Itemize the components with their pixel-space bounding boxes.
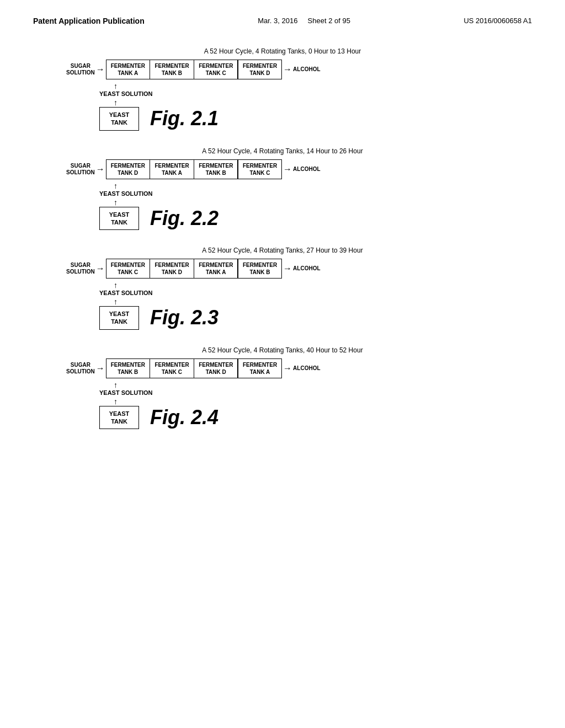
header-center: Mar. 3, 2016 Sheet 2 of 95 bbox=[258, 17, 350, 25]
fig-row-0: YEASTTANKFig. 2.1 bbox=[99, 107, 218, 131]
diagrams-container: A 52 Hour Cycle, 4 Rotating Tanks, 0 Hou… bbox=[33, 47, 532, 429]
fermenter-group-1: FERMENTERTANK DFERMENTERTANK AFERMENTERT… bbox=[106, 159, 282, 179]
diagram-title-2: A 52 Hour Cycle, 4 Rotating Tanks, 27 Ho… bbox=[33, 247, 532, 254]
diagram-fig2_4: A 52 Hour Cycle, 4 Rotating Tanks, 40 Ho… bbox=[33, 346, 532, 430]
fermenter-box-2-2: FERMENTERTANK A bbox=[194, 259, 237, 278]
fermenter-box-3-2: FERMENTERTANK D bbox=[194, 359, 237, 378]
arrow-out-1: → bbox=[283, 165, 292, 174]
fermenter-group-2: FERMENTERTANK CFERMENTERTANK DFERMENTERT… bbox=[106, 259, 282, 279]
fermenter-box-0-0: FERMENTERTANK A bbox=[106, 60, 150, 79]
arrow-out-0: → bbox=[283, 65, 292, 74]
diagram-title-3: A 52 Hour Cycle, 4 Rotating Tanks, 40 Ho… bbox=[33, 346, 532, 354]
sugar-label-2: SUGARSOLUTION bbox=[66, 262, 95, 275]
fermenter-group-3: FERMENTERTANK BFERMENTERTANK CFERMENTERT… bbox=[106, 358, 282, 378]
fig-row-2: YEASTTANKFig. 2.3 bbox=[99, 306, 218, 330]
fermenter-box-3-1: FERMENTERTANK C bbox=[150, 359, 193, 378]
sugar-label-1: SUGARSOLUTION bbox=[66, 163, 95, 176]
fig-label-1: Fig. 2.2 bbox=[150, 207, 218, 230]
tank-row-2: SUGARSOLUTION→FERMENTERTANK CFERMENTERTA… bbox=[66, 259, 532, 279]
tank-row-3: SUGARSOLUTION→FERMENTERTANK BFERMENTERTA… bbox=[66, 358, 532, 378]
diagram-wrapper-2: SUGARSOLUTION→FERMENTERTANK CFERMENTERTA… bbox=[66, 259, 532, 330]
fermenter-box-2-3: FERMENTERTANK B bbox=[238, 259, 281, 278]
fig-label-3: Fig. 2.4 bbox=[150, 406, 218, 429]
arrow-out-2: → bbox=[283, 264, 292, 273]
fermenter-box-0-1: FERMENTERTANK B bbox=[150, 60, 193, 79]
header-sheet: Sheet 2 of 95 bbox=[308, 17, 350, 25]
sugar-label-3: SUGARSOLUTION bbox=[66, 362, 95, 375]
patent-header: Patent Application Publication Mar. 3, 2… bbox=[33, 17, 532, 25]
diagram-fig2_3: A 52 Hour Cycle, 4 Rotating Tanks, 27 Ho… bbox=[33, 247, 532, 330]
patent-page: Patent Application Publication Mar. 3, 2… bbox=[0, 0, 565, 728]
alcohol-label-1: ALCOHOL bbox=[293, 166, 320, 173]
diagram-wrapper-0: SUGARSOLUTION→FERMENTERTANK AFERMENTERTA… bbox=[66, 60, 532, 131]
diagram-title-1: A 52 Hour Cycle, 4 Rotating Tanks, 14 Ho… bbox=[33, 147, 532, 155]
diagram-fig2_1: A 52 Hour Cycle, 4 Rotating Tanks, 0 Hou… bbox=[33, 47, 532, 131]
header-left: Patent Application Publication bbox=[33, 17, 145, 25]
arrow-in-0: → bbox=[96, 65, 105, 74]
diagram-wrapper-1: SUGARSOLUTION→FERMENTERTANK DFERMENTERTA… bbox=[66, 159, 532, 231]
yeast-solution-label-0: YEAST SOLUTION bbox=[99, 90, 153, 97]
diagram-title-0: A 52 Hour Cycle, 4 Rotating Tanks, 0 Hou… bbox=[33, 47, 532, 55]
tank-row-0: SUGARSOLUTION→FERMENTERTANK AFERMENTERTA… bbox=[66, 60, 532, 79]
fermenter-box-0-2: FERMENTERTANK C bbox=[194, 60, 237, 79]
fermenter-box-2-0: FERMENTERTANK C bbox=[106, 259, 150, 278]
alcohol-label-0: ALCOHOL bbox=[293, 66, 320, 73]
sugar-label-0: SUGARSOLUTION bbox=[66, 63, 95, 76]
yeast-tank-box-3: YEASTTANK bbox=[99, 406, 139, 430]
header-date: Mar. 3, 2016 bbox=[258, 17, 297, 25]
up-arrow-1-2: ↑ bbox=[114, 281, 118, 290]
header-right: US 2016/0060658 A1 bbox=[463, 17, 532, 25]
diagram-wrapper-3: SUGARSOLUTION→FERMENTERTANK BFERMENTERTA… bbox=[66, 358, 532, 430]
yeast-section-0: ↑YEAST SOLUTION↑YEASTTANKFig. 2.1 bbox=[99, 82, 532, 131]
up-arrow-1-3: ↑ bbox=[114, 381, 118, 389]
up-arrow-2-2: ↑ bbox=[114, 297, 118, 306]
up-arrow-1-1: ↑ bbox=[114, 181, 118, 190]
alcohol-label-3: ALCOHOL bbox=[293, 365, 320, 372]
yeast-solution-label-2: YEAST SOLUTION bbox=[99, 290, 153, 296]
yeast-tank-box-1: YEASTTANK bbox=[99, 207, 139, 231]
yeast-section-2: ↑YEAST SOLUTION↑YEASTTANKFig. 2.3 bbox=[99, 281, 532, 330]
fig-label-0: Fig. 2.1 bbox=[150, 107, 218, 130]
diagram-fig2_2: A 52 Hour Cycle, 4 Rotating Tanks, 14 Ho… bbox=[33, 147, 532, 231]
fermenter-group-0: FERMENTERTANK AFERMENTERTANK BFERMENTERT… bbox=[106, 60, 282, 79]
fermenter-box-1-3: FERMENTERTANK C bbox=[238, 160, 281, 179]
alcohol-label-2: ALCOHOL bbox=[293, 265, 320, 272]
fermenter-box-1-0: FERMENTERTANK D bbox=[106, 160, 150, 179]
fermenter-box-1-2: FERMENTERTANK B bbox=[194, 160, 237, 179]
fermenter-box-1-1: FERMENTERTANK A bbox=[150, 160, 193, 179]
yeast-tank-box-0: YEASTTANK bbox=[99, 107, 139, 131]
up-arrow-2-1: ↑ bbox=[114, 198, 118, 207]
yeast-solution-label-3: YEAST SOLUTION bbox=[99, 389, 153, 396]
yeast-section-3: ↑YEAST SOLUTION↑YEASTTANKFig. 2.4 bbox=[99, 381, 532, 430]
fig-label-2: Fig. 2.3 bbox=[150, 306, 218, 329]
yeast-solution-label-1: YEAST SOLUTION bbox=[99, 190, 153, 197]
up-arrow-2-3: ↑ bbox=[114, 397, 118, 406]
up-arrow-1-0: ↑ bbox=[114, 82, 118, 90]
yeast-section-1: ↑YEAST SOLUTION↑YEASTTANKFig. 2.2 bbox=[99, 181, 532, 231]
fermenter-box-0-3: FERMENTERTANK D bbox=[238, 60, 281, 79]
fermenter-box-3-0: FERMENTERTANK B bbox=[106, 359, 150, 378]
arrow-in-3: → bbox=[96, 364, 105, 373]
tank-row-1: SUGARSOLUTION→FERMENTERTANK DFERMENTERTA… bbox=[66, 159, 532, 179]
fig-row-3: YEASTTANKFig. 2.4 bbox=[99, 406, 218, 430]
arrow-in-1: → bbox=[96, 165, 105, 174]
arrow-out-3: → bbox=[283, 364, 292, 373]
fermenter-box-3-3: FERMENTERTANK A bbox=[238, 359, 281, 378]
fermenter-box-2-1: FERMENTERTANK D bbox=[150, 259, 193, 278]
arrow-in-2: → bbox=[96, 264, 105, 273]
fig-row-1: YEASTTANKFig. 2.2 bbox=[99, 207, 218, 231]
up-arrow-2-0: ↑ bbox=[114, 98, 118, 107]
yeast-tank-box-2: YEASTTANK bbox=[99, 306, 139, 330]
